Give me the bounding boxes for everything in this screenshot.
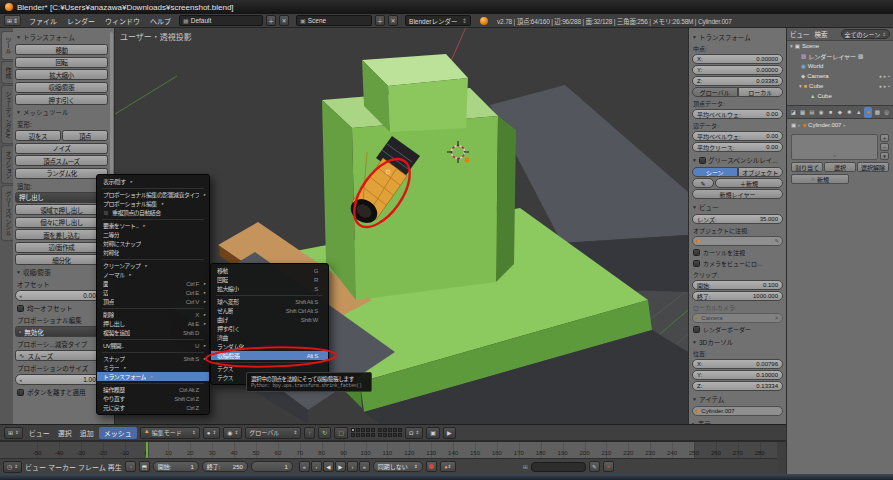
- action-button[interactable]: 選択: [824, 162, 856, 172]
- panel-header[interactable]: ▼3Dカーソル: [692, 337, 783, 347]
- new-button[interactable]: ＋ 新規: [715, 178, 783, 188]
- jump-end-button[interactable]: »: [359, 461, 370, 472]
- visibility-eye-icon[interactable]: ●: [879, 83, 882, 89]
- toolshelf-tab[interactable]: シェーディング/UV: [1, 85, 13, 144]
- layer-cell[interactable]: [398, 428, 402, 432]
- selectability-arrow-icon[interactable]: ▸: [884, 83, 887, 89]
- mesh-menu-item[interactable]: スナップShift S▸: [97, 354, 209, 363]
- transform-submenu-item[interactable]: 湾曲: [211, 333, 328, 342]
- properties-tab-texture[interactable]: ▩: [873, 107, 881, 118]
- header-menu-item[interactable]: ヘルプ: [145, 16, 176, 26]
- mesh-menu-item[interactable]: 対称にスナップ: [97, 239, 209, 248]
- transform-submenu-item[interactable]: 回転R: [211, 275, 328, 284]
- mesh-menu-item[interactable]: ノーマル▸: [97, 270, 209, 279]
- active-keying-set-field[interactable]: [531, 462, 586, 472]
- render-engine-selector[interactable]: Blenderレンダー ⇕: [405, 15, 471, 26]
- prev-keyframe-button[interactable]: ‹: [311, 461, 322, 472]
- keying-set-dropdown[interactable]: ●⇕: [440, 461, 456, 472]
- panel-header[interactable]: ▼トランスフォーム: [16, 32, 108, 42]
- number-field[interactable]: Z:0.13334: [692, 381, 783, 391]
- tool-button[interactable]: 辺/面作成: [15, 242, 108, 253]
- current-frame-field[interactable]: 1: [251, 461, 293, 472]
- toggle-button[interactable]: 新規レイヤー: [692, 189, 783, 199]
- properties-tab-object-data[interactable]: ▲: [855, 107, 863, 118]
- tool-button[interactable]: 面を差し込む: [15, 229, 108, 240]
- transform-submenu-item[interactable]: 曲げShift W: [211, 315, 328, 324]
- layer-cell[interactable]: [383, 433, 387, 437]
- expand-icon[interactable]: ▾: [790, 43, 793, 49]
- checkbox[interactable]: [103, 210, 109, 216]
- number-field[interactable]: 終了:1000.000: [692, 291, 783, 301]
- outliner-menu-item[interactable]: ビュー: [790, 29, 810, 39]
- mesh-menu-item[interactable]: 複製を追加Shift D: [97, 328, 209, 337]
- tool-button[interactable]: 領域で押し出し: [15, 204, 108, 215]
- mesh-menu-item[interactable]: 重複頂点の自動結合: [97, 208, 209, 217]
- timeline-menu-item[interactable]: フレーム: [78, 462, 106, 472]
- properties-tab-physics[interactable]: ◎: [883, 107, 891, 118]
- toolshelf-tab[interactable]: グリースペンシル: [1, 185, 13, 241]
- layer-cell[interactable]: [383, 428, 387, 432]
- snap-toggle-button[interactable]: Ω⇕: [405, 427, 423, 439]
- layer-cell[interactable]: [393, 428, 397, 432]
- properties-tab-render[interactable]: ◪: [789, 107, 797, 118]
- current-frame-marker[interactable]: [146, 442, 148, 458]
- transform-submenu-item[interactable]: 押す/引く: [211, 324, 328, 333]
- mesh-menu-item[interactable]: トランスフォーム▸: [97, 372, 209, 381]
- sync-dropdown[interactable]: 同期しない ⇕: [373, 461, 423, 472]
- action-button[interactable]: 選択解除: [857, 162, 889, 172]
- outliner-filter-dropdown[interactable]: 全てのシーン ⇕: [841, 29, 890, 39]
- timeline-menu-item[interactable]: ビュー: [25, 462, 46, 472]
- properties-tab-world[interactable]: ◉: [817, 107, 825, 118]
- scene-selector[interactable]: ▣ Scene: [296, 15, 372, 26]
- panel-header[interactable]: ▼アイテム: [692, 394, 783, 404]
- header-menu-item[interactable]: ウィンドウ: [100, 16, 145, 26]
- header-menu-item[interactable]: ファイル: [24, 16, 62, 26]
- vertex-group-list[interactable]: =: [791, 134, 878, 160]
- mesh-menu-item[interactable]: プロポーショナル編集の影響減衰タイプ▸: [97, 190, 209, 199]
- transform-submenu-item[interactable]: せん断Shift Ctrl Alt S: [211, 306, 328, 315]
- tool-button[interactable]: 頂点: [62, 130, 108, 141]
- render-anim-button[interactable]: ▶: [443, 427, 456, 439]
- timeline-menu-item[interactable]: 再生: [108, 462, 122, 472]
- lock-time-button[interactable]: ⬒: [139, 461, 150, 472]
- layers-widget[interactable]: [351, 428, 402, 437]
- timeline-ruler[interactable]: -50-40-30-20-100102030405060708090100110…: [0, 441, 777, 458]
- outliner-item[interactable]: ▲Cube: [787, 91, 893, 101]
- panel-header[interactable]: ▼メッシュツール: [16, 107, 108, 117]
- outliner-item[interactable]: ◉World: [787, 61, 893, 71]
- number-field[interactable]: 平均ベベルウェ:0.00: [692, 131, 783, 141]
- mesh-menu-item[interactable]: ミラー▸: [97, 363, 209, 372]
- mesh-menu-item[interactable]: クリーンアップ▸: [97, 261, 209, 270]
- playback-range-lock-button[interactable]: ◔: [125, 461, 136, 472]
- delete-layout-button[interactable]: ✕: [279, 15, 289, 26]
- tool-button[interactable]: 辺をス: [15, 130, 61, 141]
- layer-cell[interactable]: [351, 433, 355, 437]
- tool-button[interactable]: 頂点スムーズ: [15, 155, 108, 166]
- add-item-button[interactable]: +: [880, 134, 889, 142]
- number-field[interactable]: 平均ベベルウェ:0.00: [692, 109, 783, 119]
- layer-cell[interactable]: [361, 428, 365, 432]
- layer-cell[interactable]: [351, 428, 355, 432]
- render-camera-icon[interactable]: ▪: [888, 83, 890, 89]
- panel-header[interactable]: ▼グリースペンシルレイ...: [692, 155, 783, 165]
- layer-cell[interactable]: [378, 428, 382, 432]
- editor-type-button[interactable]: ⊞⇕: [4, 427, 23, 439]
- field-action-icon[interactable]: ✎: [774, 238, 779, 244]
- toolshelf-tab[interactable]: オプション: [1, 145, 13, 185]
- transform-submenu-item[interactable]: 拡大縮小S: [211, 284, 328, 293]
- toolshelf-tab[interactable]: 作成: [1, 61, 13, 84]
- field-action-icon[interactable]: ✕: [774, 315, 779, 321]
- panel-header[interactable]: ▼ビュー: [692, 202, 783, 212]
- tool-button[interactable]: ランダム化: [15, 168, 108, 179]
- tool-button[interactable]: 押し出し⇕: [15, 192, 108, 203]
- mesh-menu-item[interactable]: 面Ctrl F▸: [97, 279, 209, 288]
- manipulator-scale-button[interactable]: ▢: [334, 427, 348, 439]
- number-field[interactable]: レンズ:35.000: [692, 214, 783, 224]
- tool-button[interactable]: 拡大縮小: [15, 69, 108, 80]
- mesh-menu-item[interactable]: 二等分: [97, 230, 209, 239]
- delete-keyframe-button[interactable]: ✕: [603, 461, 614, 472]
- object-field[interactable]: ■Cylinder.007: [692, 406, 783, 416]
- layer-cell[interactable]: [366, 433, 370, 437]
- dropdown[interactable]: ∿スムーズ⇕: [15, 350, 108, 361]
- number-slider[interactable]: ◂0.007▸: [15, 290, 108, 301]
